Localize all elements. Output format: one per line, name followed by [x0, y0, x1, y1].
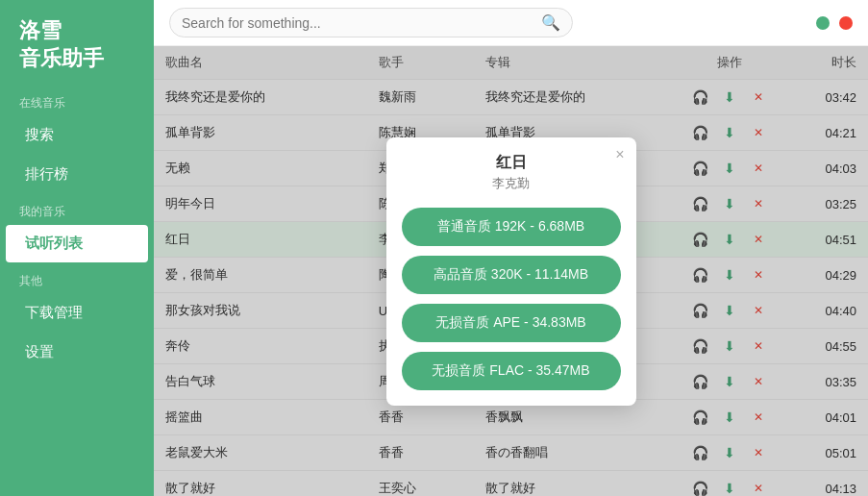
- sidebar: 洛雪 音乐助手 在线音乐 搜索 排行榜 我的音乐 试听列表 其他 下载管理 设置: [0, 0, 154, 496]
- modal-option-normal[interactable]: 普通音质 192K - 6.68MB: [402, 208, 621, 246]
- song-table-wrap: 歌曲名 歌手 专辑 操作 时长 我终究还是爱你的 魏新雨 我终究还是爱你的 🎧 …: [154, 46, 868, 496]
- window-controls: [816, 16, 853, 30]
- modal-option-lossless_flac[interactable]: 无损音质 FLAC - 35.47MB: [402, 352, 621, 390]
- sidebar-item-search[interactable]: 搜索: [6, 116, 148, 154]
- download-quality-modal: 红日 李克勤 × 普通音质 192K - 6.68MB高品音质 320K - 1…: [386, 137, 636, 406]
- modal-artist: 李克勤: [492, 175, 530, 192]
- section-other: 其他: [0, 263, 154, 293]
- section-my-music: 我的音乐: [0, 194, 154, 224]
- modal-option-high[interactable]: 高品音质 320K - 11.14MB: [402, 256, 621, 294]
- app-logo: 洛雪 音乐助手: [0, 0, 154, 86]
- modal-option-lossless_ape[interactable]: 无损音质 APE - 34.83MB: [402, 304, 621, 342]
- section-online-music: 在线音乐: [0, 86, 154, 115]
- modal-song-name: 红日: [492, 153, 530, 173]
- sidebar-item-download[interactable]: 下载管理: [6, 294, 148, 332]
- modal-title-block: 红日 李克勤: [492, 153, 530, 192]
- minimize-button[interactable]: [816, 16, 830, 30]
- modal-close-button[interactable]: ×: [615, 147, 624, 162]
- modal-options: 普通音质 192K - 6.68MB高品音质 320K - 11.14MB无损音…: [386, 198, 636, 390]
- search-input[interactable]: [182, 15, 541, 31]
- sidebar-item-settings[interactable]: 设置: [6, 334, 148, 371]
- sidebar-item-charts[interactable]: 排行榜: [6, 156, 148, 193]
- search-bar: 🔍: [154, 0, 868, 46]
- search-input-wrap[interactable]: 🔍: [169, 8, 573, 37]
- sidebar-item-trylist[interactable]: 试听列表: [6, 225, 148, 262]
- close-button[interactable]: [839, 16, 853, 30]
- search-button[interactable]: 🔍: [541, 13, 560, 32]
- main-content: 🔍 歌曲名 歌手 专辑 操作 时长 我终究还是爱你的 魏新雨 我终究还是爱你的: [154, 0, 868, 496]
- modal-overlay: 红日 李克勤 × 普通音质 192K - 6.68MB高品音质 320K - 1…: [154, 46, 868, 496]
- modal-header: 红日 李克勤 ×: [386, 137, 636, 198]
